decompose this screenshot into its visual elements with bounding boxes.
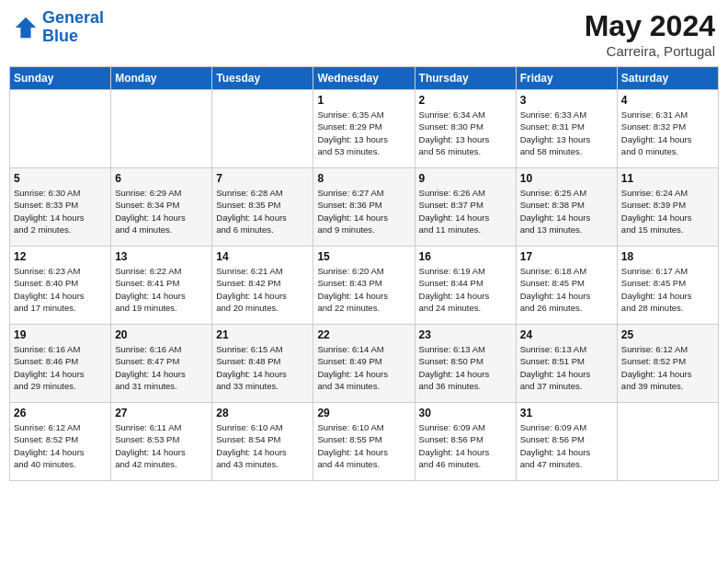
- day-info: Sunrise: 6:12 AM Sunset: 8:52 PM Dayligh…: [621, 343, 714, 392]
- calendar-cell: 30Sunrise: 6:09 AM Sunset: 8:56 PM Dayli…: [415, 403, 516, 481]
- calendar-cell: 13Sunrise: 6:22 AM Sunset: 8:41 PM Dayli…: [111, 247, 212, 325]
- logo-text: General Blue: [42, 9, 104, 46]
- day-info: Sunrise: 6:27 AM Sunset: 8:36 PM Dayligh…: [317, 187, 410, 236]
- day-number: 27: [115, 407, 208, 419]
- day-number: 4: [621, 94, 714, 107]
- day-info: Sunrise: 6:12 AM Sunset: 8:52 PM Dayligh…: [14, 421, 107, 470]
- day-number: 15: [317, 250, 410, 263]
- calendar-cell: [617, 403, 718, 481]
- day-number: 6: [115, 172, 208, 185]
- calendar-week-5: 26Sunrise: 6:12 AM Sunset: 8:52 PM Dayli…: [10, 403, 719, 481]
- calendar-body: 1Sunrise: 6:35 AM Sunset: 8:29 PM Daylig…: [10, 90, 719, 481]
- day-number: 5: [14, 172, 107, 185]
- day-info: Sunrise: 6:09 AM Sunset: 8:56 PM Dayligh…: [520, 421, 613, 470]
- day-info: Sunrise: 6:11 AM Sunset: 8:53 PM Dayligh…: [115, 421, 208, 470]
- day-number: 26: [14, 407, 107, 419]
- calendar-week-1: 1Sunrise: 6:35 AM Sunset: 8:29 PM Daylig…: [10, 90, 719, 168]
- day-number: 10: [520, 172, 613, 185]
- calendar-week-3: 12Sunrise: 6:23 AM Sunset: 8:40 PM Dayli…: [10, 247, 719, 325]
- day-info: Sunrise: 6:25 AM Sunset: 8:38 PM Dayligh…: [520, 187, 613, 236]
- day-info: Sunrise: 6:26 AM Sunset: 8:37 PM Dayligh…: [419, 187, 512, 236]
- day-number: 1: [317, 94, 410, 107]
- calendar-cell: 11Sunrise: 6:24 AM Sunset: 8:39 PM Dayli…: [617, 168, 718, 247]
- calendar-cell: [212, 90, 313, 168]
- day-info: Sunrise: 6:14 AM Sunset: 8:49 PM Dayligh…: [317, 343, 410, 392]
- day-number: 23: [419, 328, 512, 341]
- day-number: 25: [621, 328, 714, 341]
- day-info: Sunrise: 6:24 AM Sunset: 8:39 PM Dayligh…: [621, 187, 714, 236]
- calendar-cell: [10, 90, 111, 168]
- weekday-header-sunday: Sunday: [10, 67, 111, 90]
- calendar-week-4: 19Sunrise: 6:16 AM Sunset: 8:46 PM Dayli…: [10, 325, 719, 403]
- calendar-cell: 12Sunrise: 6:23 AM Sunset: 8:40 PM Dayli…: [10, 247, 111, 325]
- calendar-cell: 17Sunrise: 6:18 AM Sunset: 8:45 PM Dayli…: [516, 247, 617, 325]
- weekday-header-row: SundayMondayTuesdayWednesdayThursdayFrid…: [10, 67, 719, 90]
- day-info: Sunrise: 6:29 AM Sunset: 8:34 PM Dayligh…: [115, 187, 208, 236]
- day-number: 21: [216, 328, 309, 341]
- day-number: 22: [317, 328, 410, 341]
- day-number: 24: [520, 328, 613, 341]
- day-number: 19: [14, 328, 107, 341]
- calendar-cell: 9Sunrise: 6:26 AM Sunset: 8:37 PM Daylig…: [415, 168, 516, 247]
- calendar-cell: 3Sunrise: 6:33 AM Sunset: 8:31 PM Daylig…: [516, 90, 617, 168]
- location: Carreira, Portugal: [585, 43, 715, 59]
- day-info: Sunrise: 6:23 AM Sunset: 8:40 PM Dayligh…: [14, 265, 107, 314]
- month-title: May 2024: [585, 9, 715, 43]
- calendar-cell: 1Sunrise: 6:35 AM Sunset: 8:29 PM Daylig…: [313, 90, 415, 168]
- day-number: 2: [419, 94, 512, 107]
- calendar-cell: [111, 90, 212, 168]
- title-block: May 2024 Carreira, Portugal: [585, 9, 715, 59]
- day-number: 18: [621, 250, 714, 263]
- logo: General Blue: [13, 9, 104, 46]
- logo-icon: [13, 15, 39, 40]
- day-info: Sunrise: 6:19 AM Sunset: 8:44 PM Dayligh…: [419, 265, 512, 314]
- day-info: Sunrise: 6:33 AM Sunset: 8:31 PM Dayligh…: [520, 109, 613, 157]
- weekday-header-friday: Friday: [516, 67, 617, 90]
- calendar-cell: 19Sunrise: 6:16 AM Sunset: 8:46 PM Dayli…: [10, 325, 111, 403]
- day-number: 9: [419, 172, 512, 185]
- day-number: 7: [216, 172, 309, 185]
- weekday-header-monday: Monday: [111, 67, 212, 90]
- day-number: 30: [419, 407, 512, 419]
- page-header: General Blue May 2024 Carreira, Portugal: [9, 9, 719, 59]
- calendar-cell: 29Sunrise: 6:10 AM Sunset: 8:55 PM Dayli…: [313, 403, 415, 481]
- weekday-header-wednesday: Wednesday: [313, 67, 415, 90]
- day-info: Sunrise: 6:22 AM Sunset: 8:41 PM Dayligh…: [115, 265, 208, 314]
- day-number: 31: [520, 407, 613, 419]
- calendar-cell: 2Sunrise: 6:34 AM Sunset: 8:30 PM Daylig…: [415, 90, 516, 168]
- calendar-cell: 23Sunrise: 6:13 AM Sunset: 8:50 PM Dayli…: [415, 325, 516, 403]
- logo-line1: General: [42, 8, 104, 27]
- day-number: 14: [216, 250, 309, 263]
- calendar-table: SundayMondayTuesdayWednesdayThursdayFrid…: [9, 66, 719, 481]
- svg-marker-0: [16, 17, 36, 38]
- weekday-header-thursday: Thursday: [415, 67, 516, 90]
- day-number: 11: [621, 172, 714, 185]
- weekday-header-saturday: Saturday: [617, 67, 718, 90]
- calendar-cell: 28Sunrise: 6:10 AM Sunset: 8:54 PM Dayli…: [212, 403, 313, 481]
- day-info: Sunrise: 6:21 AM Sunset: 8:42 PM Dayligh…: [216, 265, 309, 314]
- calendar-cell: 8Sunrise: 6:27 AM Sunset: 8:36 PM Daylig…: [313, 168, 415, 247]
- day-info: Sunrise: 6:17 AM Sunset: 8:45 PM Dayligh…: [621, 265, 714, 314]
- day-number: 8: [317, 172, 410, 185]
- day-info: Sunrise: 6:13 AM Sunset: 8:51 PM Dayligh…: [520, 343, 613, 392]
- day-info: Sunrise: 6:35 AM Sunset: 8:29 PM Dayligh…: [317, 109, 410, 157]
- day-number: 3: [520, 94, 613, 107]
- calendar-cell: 22Sunrise: 6:14 AM Sunset: 8:49 PM Dayli…: [313, 325, 415, 403]
- day-info: Sunrise: 6:15 AM Sunset: 8:48 PM Dayligh…: [216, 343, 309, 392]
- day-number: 16: [419, 250, 512, 263]
- calendar-week-2: 5Sunrise: 6:30 AM Sunset: 8:33 PM Daylig…: [10, 168, 719, 247]
- day-info: Sunrise: 6:30 AM Sunset: 8:33 PM Dayligh…: [14, 187, 107, 236]
- day-number: 12: [14, 250, 107, 263]
- calendar-cell: 21Sunrise: 6:15 AM Sunset: 8:48 PM Dayli…: [212, 325, 313, 403]
- calendar-cell: 31Sunrise: 6:09 AM Sunset: 8:56 PM Dayli…: [516, 403, 617, 481]
- calendar-cell: 15Sunrise: 6:20 AM Sunset: 8:43 PM Dayli…: [313, 247, 415, 325]
- day-number: 28: [216, 407, 309, 419]
- calendar-cell: 18Sunrise: 6:17 AM Sunset: 8:45 PM Dayli…: [617, 247, 718, 325]
- calendar-cell: 6Sunrise: 6:29 AM Sunset: 8:34 PM Daylig…: [111, 168, 212, 247]
- day-info: Sunrise: 6:18 AM Sunset: 8:45 PM Dayligh…: [520, 265, 613, 314]
- day-number: 17: [520, 250, 613, 263]
- day-number: 29: [317, 407, 410, 419]
- day-info: Sunrise: 6:28 AM Sunset: 8:35 PM Dayligh…: [216, 187, 309, 236]
- day-info: Sunrise: 6:10 AM Sunset: 8:54 PM Dayligh…: [216, 421, 309, 470]
- calendar-cell: 16Sunrise: 6:19 AM Sunset: 8:44 PM Dayli…: [415, 247, 516, 325]
